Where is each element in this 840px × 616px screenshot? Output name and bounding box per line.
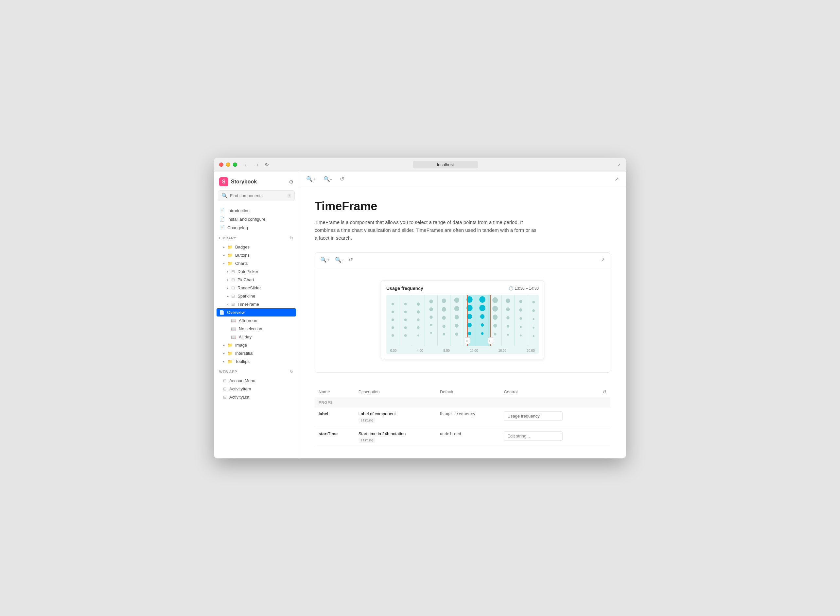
- prop-control-input[interactable]: [504, 411, 562, 421]
- sidebar-item-interstitial[interactable]: ▸ 📁 Interstitial: [214, 349, 299, 357]
- content-area: TimeFrame TimeFrame is a component that …: [299, 186, 626, 458]
- svg-point-64: [519, 308, 522, 312]
- webapp-section-label: WEB APP ↻: [214, 367, 299, 375]
- preview-box: 🔍+ 🔍- ↺ ↗ Usage frequency 🕐: [315, 252, 610, 373]
- svg-point-62: [507, 334, 509, 336]
- svg-point-60: [507, 316, 509, 320]
- prop-reset-cell: [599, 427, 610, 447]
- svg-point-57: [494, 333, 496, 336]
- folder-icon: 📁: [227, 351, 233, 356]
- prop-name: label: [319, 411, 351, 416]
- sidebar-item-rangeslider[interactable]: ▸ ⊞ RangeSlider: [214, 284, 299, 292]
- prop-control-cell[interactable]: [500, 408, 599, 427]
- app-name: Storybook: [231, 179, 257, 185]
- nav-buttons: ← → ↻: [242, 161, 270, 169]
- close-button[interactable]: [219, 163, 223, 167]
- search-icon: 🔍: [222, 192, 228, 199]
- svg-point-33: [442, 299, 446, 303]
- prop-control-cell[interactable]: [500, 427, 599, 447]
- settings-icon[interactable]: ⚙: [289, 179, 294, 185]
- sidebar-item-buttons[interactable]: ▸ 📁 Buttons: [214, 251, 299, 259]
- external-link-icon[interactable]: ↗: [617, 162, 621, 167]
- reset-all-icon[interactable]: ↺: [602, 389, 607, 394]
- sidebar-item-datepicker[interactable]: ▸ ⊞ DatePicker: [214, 267, 299, 276]
- svg-point-71: [533, 327, 535, 329]
- sidebar-item-charts[interactable]: ▾ 📁 Charts: [214, 259, 299, 267]
- prop-name: startTime: [319, 431, 351, 436]
- timeframe-chart[interactable]: 0:00 4:00 8:00 12:00 16:00 20:00: [386, 295, 539, 354]
- sidebar-item-accountmenu[interactable]: ⊞ AccountMenu: [214, 377, 299, 385]
- sidebar-item-afternoon[interactable]: 📖 Afternoon: [214, 317, 299, 325]
- svg-point-26: [417, 326, 419, 329]
- svg-point-51: [481, 323, 484, 327]
- doc-icon: 📄: [219, 216, 225, 222]
- svg-rect-75: [465, 337, 470, 344]
- search-input[interactable]: [230, 193, 286, 198]
- sidebar-header: S Storybook ⚙: [214, 172, 299, 190]
- zoom-in-button[interactable]: 🔍+: [304, 175, 318, 183]
- col-default: Default: [436, 386, 500, 398]
- refresh-button[interactable]: ↻: [263, 161, 270, 169]
- search-bar[interactable]: 🔍 /: [218, 190, 295, 201]
- time-label-3: 12:00: [470, 349, 478, 352]
- svg-point-22: [404, 334, 407, 337]
- prop-default: Usage frequency: [440, 412, 475, 416]
- svg-point-72: [533, 335, 535, 337]
- sidebar-item-timeframe[interactable]: ▾ ⊞ TimeFrame: [214, 300, 299, 308]
- sidebar-item-introduction[interactable]: 📄 Introduction: [214, 206, 299, 215]
- time-label-4: 16:00: [498, 349, 507, 352]
- preview-external-btn[interactable]: ↗: [599, 255, 606, 264]
- prop-default-cell: undefined: [436, 427, 500, 447]
- storybook-logo-icon: S: [219, 177, 228, 186]
- svg-point-25: [417, 318, 419, 321]
- sidebar-item-overview[interactable]: 📄 Overview: [217, 308, 296, 317]
- search-shortcut: /: [288, 194, 291, 198]
- table-row: startTime Start time in 24h notation str…: [315, 427, 610, 447]
- component-icon: ⊞: [231, 302, 235, 307]
- folder-icon: 📁: [227, 343, 233, 348]
- sidebar-item-badges[interactable]: ▸ 📁 Badges: [214, 243, 299, 251]
- sidebar-item-activitylist[interactable]: ⊞ ActivityList: [214, 393, 299, 401]
- chevron-right-icon: ▸: [223, 360, 225, 363]
- sidebar-item-activityitem[interactable]: ⊞ ActivityItem: [214, 385, 299, 393]
- sidebar-item-changelog[interactable]: 📄 Changelog: [214, 223, 299, 232]
- timeframe-time-range: 🕐 13:30 – 14:30: [509, 286, 539, 291]
- url-input[interactable]: localhost: [413, 161, 478, 169]
- col-reset: ↺: [599, 386, 610, 398]
- sidebar-item-piechart[interactable]: ▸ ⊞ PieChart: [214, 276, 299, 284]
- sidebar-item-tooltips[interactable]: ▸ 📁 Tooltips: [214, 357, 299, 365]
- top-nav: 📄 Introduction 📄 Install and configure 📄…: [214, 205, 299, 233]
- zoom-out-button[interactable]: 🔍-: [322, 175, 333, 183]
- preview-zoom-in-btn[interactable]: 🔍+: [319, 255, 331, 264]
- prop-control-input[interactable]: [504, 431, 562, 441]
- forward-button[interactable]: →: [253, 161, 261, 169]
- svg-point-68: [532, 301, 535, 304]
- sidebar-item-install[interactable]: 📄 Install and configure: [214, 215, 299, 223]
- svg-point-65: [520, 317, 522, 320]
- sidebar-item-all-day[interactable]: 📖 All day: [214, 333, 299, 341]
- folder-icon: 📁: [227, 359, 233, 364]
- sidebar-item-sparkline[interactable]: ▸ ⊞ Sparkline: [214, 292, 299, 300]
- svg-point-66: [520, 326, 522, 328]
- chevron-right-icon: ▸: [223, 352, 225, 355]
- page-description: TimeFrame is a component that allows you…: [315, 219, 537, 242]
- svg-rect-79: [488, 337, 493, 344]
- svg-point-35: [442, 316, 446, 320]
- time-label-1: 4:00: [417, 349, 423, 352]
- back-button[interactable]: ←: [242, 161, 250, 169]
- external-link-button[interactable]: ↗: [613, 175, 621, 183]
- sidebar-item-no-selection[interactable]: 📖 No selection: [214, 325, 299, 333]
- svg-point-38: [454, 298, 459, 303]
- zoom-reset-button[interactable]: ↺: [338, 175, 346, 183]
- minimize-button[interactable]: [226, 163, 230, 167]
- folder-icon: 📁: [227, 245, 233, 249]
- preview-zoom-out-btn[interactable]: 🔍-: [333, 255, 344, 264]
- url-bar: localhost: [274, 161, 617, 169]
- sidebar-item-image[interactable]: ▸ 📁 Image: [214, 341, 299, 349]
- timeframe-header: Usage frequency 🕐 13:30 – 14:30: [386, 286, 539, 291]
- maximize-button[interactable]: [233, 163, 237, 167]
- svg-point-23: [417, 302, 420, 306]
- svg-point-17: [392, 334, 394, 337]
- preview-zoom-reset-btn[interactable]: ↺: [347, 255, 354, 264]
- story-icon: 📄: [219, 310, 225, 315]
